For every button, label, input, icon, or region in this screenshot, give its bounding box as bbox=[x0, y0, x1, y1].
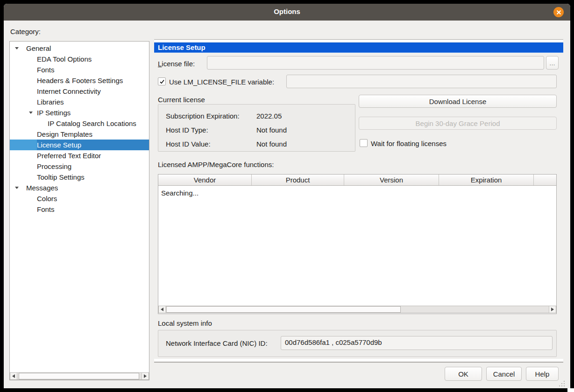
host-id-type-label: Host ID Type: bbox=[166, 126, 208, 134]
functions-table: Vendor Product Version Expiration Search… bbox=[158, 174, 557, 314]
tree-item-libraries[interactable]: Libraries bbox=[10, 97, 149, 107]
options-dialog: Options Category: General EDA Tool Optio… bbox=[4, 4, 570, 388]
tree-item-eda-tool-options[interactable]: EDA Tool Options bbox=[10, 54, 149, 64]
table-status-text: Searching... bbox=[161, 189, 198, 197]
chevron-down-icon[interactable] bbox=[15, 47, 19, 49]
scroll-right-arrow-icon[interactable] bbox=[142, 373, 149, 379]
help-button[interactable]: Help bbox=[526, 367, 559, 381]
functions-table-header: Vendor Product Version Expiration bbox=[158, 175, 556, 186]
host-id-type-value: Not found bbox=[256, 126, 287, 134]
column-header-expiration[interactable]: Expiration bbox=[439, 175, 534, 185]
current-license-title: Current license bbox=[158, 96, 205, 104]
chevron-down-icon[interactable] bbox=[15, 187, 19, 189]
tree-item-internet-connectivity[interactable]: Internet Connectivity bbox=[10, 86, 149, 97]
lm-license-label: Use LM_LICENSE_FILE variable: bbox=[169, 78, 274, 86]
subscription-expiration-value: 2022.05 bbox=[256, 112, 282, 120]
functions-title: Licensed AMPP/MegaCore functions: bbox=[158, 161, 274, 168]
close-icon bbox=[556, 10, 561, 15]
panel-bottom-border bbox=[154, 362, 563, 363]
category-label: Category: bbox=[10, 28, 41, 35]
license-file-input[interactable] bbox=[207, 56, 544, 70]
current-license-box: Subscription Expiration: 2022.05 Host ID… bbox=[158, 104, 355, 152]
tree-item-general[interactable]: General bbox=[10, 43, 149, 54]
wait-floating-checkbox[interactable] bbox=[360, 139, 368, 147]
tree-item-ip-catalog-search-locations[interactable]: IP Catalog Search Locations bbox=[10, 118, 149, 129]
titlebar[interactable]: Options bbox=[4, 4, 570, 21]
close-button[interactable] bbox=[553, 7, 564, 17]
column-header-blank[interactable] bbox=[534, 175, 556, 185]
nic-id-input[interactable]: 00d76d586fa1 , c025a5770d9b bbox=[281, 336, 553, 350]
tree-item-processing[interactable]: Processing bbox=[10, 161, 149, 172]
download-license-button[interactable]: Download License bbox=[359, 95, 557, 108]
browse-button[interactable]: ... bbox=[546, 56, 559, 70]
nic-id-label: Network Interface Card (NIC) ID: bbox=[166, 339, 268, 347]
cancel-button[interactable]: Cancel bbox=[486, 367, 522, 381]
chevron-down-icon[interactable] bbox=[29, 112, 33, 114]
tree-item-headers-footers[interactable]: Headers & Footers Settings bbox=[10, 75, 149, 86]
screen-corner bbox=[567, 388, 574, 392]
tree-item-fonts-messages[interactable]: Fonts bbox=[10, 204, 149, 215]
tree-scrollbar-thumb[interactable] bbox=[19, 373, 139, 379]
resize-grip[interactable] bbox=[559, 381, 566, 387]
host-id-value-value: Not found bbox=[256, 140, 287, 148]
table-horizontal-scrollbar[interactable] bbox=[158, 306, 556, 313]
lm-license-checkbox[interactable] bbox=[158, 77, 166, 85]
tree-item-tooltip-settings[interactable]: Tooltip Settings bbox=[10, 172, 149, 182]
tree-item-fonts[interactable]: Fonts bbox=[10, 64, 149, 75]
subscription-expiration-label: Subscription Expiration: bbox=[166, 112, 240, 120]
category-tree: General EDA Tool Options Fonts Headers &… bbox=[9, 41, 149, 380]
wait-floating-label: Wait for floating licenses bbox=[371, 140, 446, 147]
tree-horizontal-scrollbar[interactable] bbox=[10, 372, 149, 380]
scroll-right-arrow-icon[interactable] bbox=[549, 306, 556, 313]
section-header: License Setup bbox=[154, 42, 563, 53]
scroll-left-arrow-icon[interactable] bbox=[10, 373, 17, 379]
tree-item-license-setup[interactable]: License Setup bbox=[10, 140, 149, 150]
column-header-vendor[interactable]: Vendor bbox=[158, 175, 252, 185]
grace-period-button[interactable]: Begin 30-day Grace Period bbox=[359, 117, 557, 130]
host-id-value-label: Host ID Value: bbox=[166, 140, 211, 148]
ok-button[interactable]: OK bbox=[445, 367, 482, 381]
local-info-box: Network Interface Card (NIC) ID: 00d76d5… bbox=[158, 330, 557, 357]
tree-item-ip-settings[interactable]: IP Settings bbox=[10, 107, 149, 118]
check-icon bbox=[159, 79, 165, 84]
tree-item-preferred-text-editor[interactable]: Preferred Text Editor bbox=[10, 150, 149, 161]
column-header-version[interactable]: Version bbox=[344, 175, 439, 185]
tree-item-colors[interactable]: Colors bbox=[10, 193, 149, 204]
column-header-product[interactable]: Product bbox=[252, 175, 344, 185]
table-scrollbar-thumb[interactable] bbox=[166, 306, 401, 313]
scroll-left-arrow-icon[interactable] bbox=[159, 306, 166, 313]
window-title: Options bbox=[4, 7, 570, 15]
license-file-label: License file: bbox=[158, 60, 195, 68]
local-info-title: Local system info bbox=[158, 319, 212, 327]
tree-item-design-templates[interactable]: Design Templates bbox=[10, 129, 149, 140]
panel-top-strip bbox=[154, 40, 563, 42]
tree-item-messages[interactable]: Messages bbox=[10, 182, 149, 193]
lm-license-input[interactable] bbox=[286, 75, 557, 88]
